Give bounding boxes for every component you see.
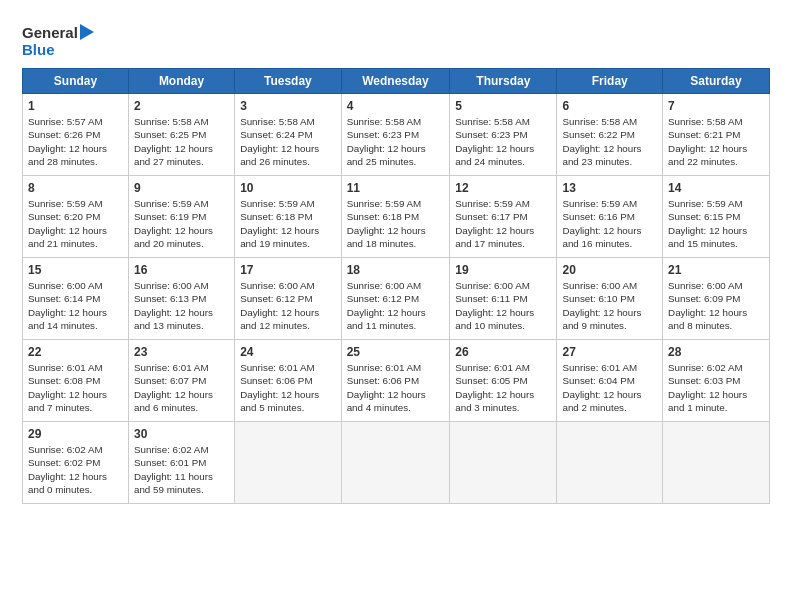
weekday-sunday: Sunday (23, 69, 129, 94)
calendar-cell (341, 422, 450, 504)
day-number: 23 (134, 344, 229, 360)
calendar-cell: 17Sunrise: 6:00 AM Sunset: 6:12 PM Dayli… (235, 258, 341, 340)
weekday-header-row: SundayMondayTuesdayWednesdayThursdayFrid… (23, 69, 770, 94)
calendar-cell: 13Sunrise: 5:59 AM Sunset: 6:16 PM Dayli… (557, 176, 663, 258)
calendar-cell: 24Sunrise: 6:01 AM Sunset: 6:06 PM Dayli… (235, 340, 341, 422)
calendar-cell (557, 422, 663, 504)
day-info: Sunrise: 5:59 AM Sunset: 6:19 PM Dayligh… (134, 197, 229, 250)
day-number: 26 (455, 344, 551, 360)
calendar-cell: 26Sunrise: 6:01 AM Sunset: 6:05 PM Dayli… (450, 340, 557, 422)
day-number: 20 (562, 262, 657, 278)
calendar-cell: 15Sunrise: 6:00 AM Sunset: 6:14 PM Dayli… (23, 258, 129, 340)
day-info: Sunrise: 5:59 AM Sunset: 6:15 PM Dayligh… (668, 197, 764, 250)
calendar-cell: 29Sunrise: 6:02 AM Sunset: 6:02 PM Dayli… (23, 422, 129, 504)
day-number: 9 (134, 180, 229, 196)
calendar-cell: 7Sunrise: 5:58 AM Sunset: 6:21 PM Daylig… (663, 94, 770, 176)
weekday-monday: Monday (128, 69, 234, 94)
day-info: Sunrise: 6:02 AM Sunset: 6:01 PM Dayligh… (134, 443, 229, 496)
day-number: 30 (134, 426, 229, 442)
day-info: Sunrise: 5:58 AM Sunset: 6:22 PM Dayligh… (562, 115, 657, 168)
day-number: 2 (134, 98, 229, 114)
day-number: 27 (562, 344, 657, 360)
calendar-cell: 14Sunrise: 5:59 AM Sunset: 6:15 PM Dayli… (663, 176, 770, 258)
day-info: Sunrise: 6:01 AM Sunset: 6:06 PM Dayligh… (347, 361, 445, 414)
day-info: Sunrise: 6:02 AM Sunset: 6:02 PM Dayligh… (28, 443, 123, 496)
weekday-saturday: Saturday (663, 69, 770, 94)
calendar-cell: 4Sunrise: 5:58 AM Sunset: 6:23 PM Daylig… (341, 94, 450, 176)
calendar-cell: 10Sunrise: 5:59 AM Sunset: 6:18 PM Dayli… (235, 176, 341, 258)
week-row-3: 15Sunrise: 6:00 AM Sunset: 6:14 PM Dayli… (23, 258, 770, 340)
week-row-2: 8Sunrise: 5:59 AM Sunset: 6:20 PM Daylig… (23, 176, 770, 258)
day-number: 15 (28, 262, 123, 278)
day-info: Sunrise: 5:59 AM Sunset: 6:20 PM Dayligh… (28, 197, 123, 250)
calendar-cell (450, 422, 557, 504)
svg-marker-2 (80, 24, 94, 40)
day-number: 10 (240, 180, 335, 196)
day-number: 1 (28, 98, 123, 114)
day-number: 11 (347, 180, 445, 196)
calendar-cell: 5Sunrise: 5:58 AM Sunset: 6:23 PM Daylig… (450, 94, 557, 176)
day-info: Sunrise: 5:59 AM Sunset: 6:17 PM Dayligh… (455, 197, 551, 250)
day-info: Sunrise: 5:58 AM Sunset: 6:21 PM Dayligh… (668, 115, 764, 168)
day-info: Sunrise: 6:00 AM Sunset: 6:12 PM Dayligh… (240, 279, 335, 332)
day-number: 16 (134, 262, 229, 278)
day-number: 5 (455, 98, 551, 114)
week-row-5: 29Sunrise: 6:02 AM Sunset: 6:02 PM Dayli… (23, 422, 770, 504)
calendar-cell: 25Sunrise: 6:01 AM Sunset: 6:06 PM Dayli… (341, 340, 450, 422)
calendar-cell: 3Sunrise: 5:58 AM Sunset: 6:24 PM Daylig… (235, 94, 341, 176)
day-info: Sunrise: 5:59 AM Sunset: 6:18 PM Dayligh… (347, 197, 445, 250)
day-number: 22 (28, 344, 123, 360)
svg-text:General: General (22, 24, 78, 41)
page: GeneralBlue SundayMondayTuesdayWednesday… (0, 0, 792, 514)
calendar-cell: 20Sunrise: 6:00 AM Sunset: 6:10 PM Dayli… (557, 258, 663, 340)
day-info: Sunrise: 6:01 AM Sunset: 6:06 PM Dayligh… (240, 361, 335, 414)
day-info: Sunrise: 6:00 AM Sunset: 6:10 PM Dayligh… (562, 279, 657, 332)
day-number: 7 (668, 98, 764, 114)
day-number: 19 (455, 262, 551, 278)
header: GeneralBlue (22, 18, 770, 60)
calendar-cell: 6Sunrise: 5:58 AM Sunset: 6:22 PM Daylig… (557, 94, 663, 176)
weekday-thursday: Thursday (450, 69, 557, 94)
day-info: Sunrise: 6:00 AM Sunset: 6:11 PM Dayligh… (455, 279, 551, 332)
day-number: 28 (668, 344, 764, 360)
calendar-cell (663, 422, 770, 504)
calendar-cell: 12Sunrise: 5:59 AM Sunset: 6:17 PM Dayli… (450, 176, 557, 258)
day-number: 25 (347, 344, 445, 360)
day-number: 18 (347, 262, 445, 278)
day-number: 24 (240, 344, 335, 360)
calendar-cell: 28Sunrise: 6:02 AM Sunset: 6:03 PM Dayli… (663, 340, 770, 422)
day-info: Sunrise: 5:58 AM Sunset: 6:25 PM Dayligh… (134, 115, 229, 168)
weekday-wednesday: Wednesday (341, 69, 450, 94)
calendar-cell: 23Sunrise: 6:01 AM Sunset: 6:07 PM Dayli… (128, 340, 234, 422)
week-row-4: 22Sunrise: 6:01 AM Sunset: 6:08 PM Dayli… (23, 340, 770, 422)
calendar-cell: 19Sunrise: 6:00 AM Sunset: 6:11 PM Dayli… (450, 258, 557, 340)
day-number: 29 (28, 426, 123, 442)
day-info: Sunrise: 5:58 AM Sunset: 6:23 PM Dayligh… (347, 115, 445, 168)
day-number: 12 (455, 180, 551, 196)
day-info: Sunrise: 5:58 AM Sunset: 6:24 PM Dayligh… (240, 115, 335, 168)
weekday-friday: Friday (557, 69, 663, 94)
calendar-cell: 2Sunrise: 5:58 AM Sunset: 6:25 PM Daylig… (128, 94, 234, 176)
day-number: 8 (28, 180, 123, 196)
week-row-1: 1Sunrise: 5:57 AM Sunset: 6:26 PM Daylig… (23, 94, 770, 176)
day-number: 13 (562, 180, 657, 196)
day-number: 3 (240, 98, 335, 114)
calendar-cell: 21Sunrise: 6:00 AM Sunset: 6:09 PM Dayli… (663, 258, 770, 340)
day-info: Sunrise: 6:01 AM Sunset: 6:08 PM Dayligh… (28, 361, 123, 414)
day-info: Sunrise: 6:02 AM Sunset: 6:03 PM Dayligh… (668, 361, 764, 414)
calendar: SundayMondayTuesdayWednesdayThursdayFrid… (22, 68, 770, 504)
svg-text:Blue: Blue (22, 41, 55, 58)
day-info: Sunrise: 5:59 AM Sunset: 6:18 PM Dayligh… (240, 197, 335, 250)
calendar-cell: 16Sunrise: 6:00 AM Sunset: 6:13 PM Dayli… (128, 258, 234, 340)
calendar-cell: 8Sunrise: 5:59 AM Sunset: 6:20 PM Daylig… (23, 176, 129, 258)
calendar-cell: 11Sunrise: 5:59 AM Sunset: 6:18 PM Dayli… (341, 176, 450, 258)
day-number: 4 (347, 98, 445, 114)
day-info: Sunrise: 5:57 AM Sunset: 6:26 PM Dayligh… (28, 115, 123, 168)
logo-svg: GeneralBlue (22, 22, 97, 60)
calendar-cell: 18Sunrise: 6:00 AM Sunset: 6:12 PM Dayli… (341, 258, 450, 340)
day-number: 17 (240, 262, 335, 278)
day-info: Sunrise: 6:00 AM Sunset: 6:13 PM Dayligh… (134, 279, 229, 332)
day-info: Sunrise: 6:01 AM Sunset: 6:05 PM Dayligh… (455, 361, 551, 414)
calendar-cell: 30Sunrise: 6:02 AM Sunset: 6:01 PM Dayli… (128, 422, 234, 504)
day-info: Sunrise: 6:01 AM Sunset: 6:04 PM Dayligh… (562, 361, 657, 414)
